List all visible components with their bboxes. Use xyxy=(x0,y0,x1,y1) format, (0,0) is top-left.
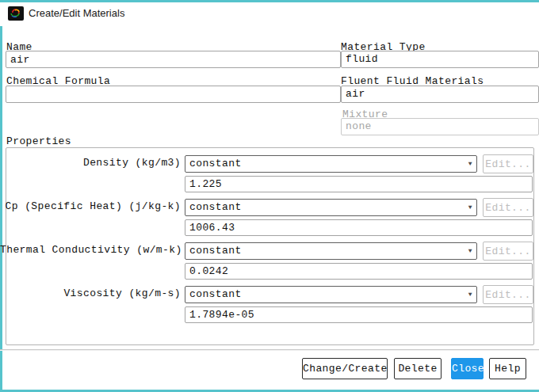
property-row-cp: Cp (Specific Heat) (j/kg-k) constant ▼ E… xyxy=(0,197,539,241)
chevron-down-icon[interactable]: ▼ xyxy=(468,287,472,303)
dropdown-value: constant xyxy=(189,288,242,300)
window-title: Create/Edit Materials xyxy=(29,7,124,19)
chevron-down-icon[interactable]: ▼ xyxy=(468,243,472,259)
viscosity-method-dropdown[interactable]: constant ▼ xyxy=(185,286,477,303)
property-label: Thermal Conductivity (w/m-k) xyxy=(0,244,181,256)
footer-divider-highlight xyxy=(0,350,539,351)
name-input[interactable] xyxy=(6,51,341,68)
mixture-dropdown: none xyxy=(341,118,539,135)
thermal-conductivity-method-dropdown[interactable]: constant ▼ xyxy=(185,242,477,260)
property-label: Cp (Specific Heat) (j/kg-k) xyxy=(0,200,181,212)
density-method-dropdown[interactable]: constant ▼ xyxy=(185,155,477,173)
cp-method-dropdown[interactable]: constant ▼ xyxy=(185,199,477,216)
properties-group-label: Properties xyxy=(6,135,71,147)
density-edit-button[interactable]: Edit... xyxy=(483,154,533,173)
create-edit-materials-dialog: Create/Edit Materials Name Chemical Form… xyxy=(0,0,539,392)
delete-button[interactable]: Delete xyxy=(394,358,442,379)
thermal-conductivity-edit-button[interactable]: Edit... xyxy=(483,242,533,261)
viscosity-edit-button[interactable]: Edit... xyxy=(483,285,533,304)
title-bar[interactable]: Create/Edit Materials xyxy=(0,2,539,26)
chevron-down-icon[interactable]: ▼ xyxy=(468,200,472,215)
dropdown-value: constant xyxy=(189,201,242,213)
fluent-fluid-materials-dropdown[interactable]: air xyxy=(341,86,539,103)
material-type-dropdown[interactable]: fluid xyxy=(341,51,539,68)
chemical-formula-input[interactable] xyxy=(6,86,341,103)
cp-edit-button[interactable]: Edit... xyxy=(483,198,533,217)
fluent-app-icon xyxy=(8,6,24,21)
dropdown-value: constant xyxy=(189,245,242,257)
property-row-density: Density (kg/m3) constant ▼ Edit... xyxy=(0,154,539,197)
property-label: Density (kg/m3) xyxy=(0,157,181,169)
viscosity-value-input[interactable] xyxy=(185,306,533,323)
change-create-button[interactable]: Change/Create xyxy=(302,358,388,379)
chevron-down-icon[interactable]: ▼ xyxy=(468,156,472,172)
thermal-conductivity-value-input[interactable] xyxy=(185,263,533,280)
close-button[interactable]: Close xyxy=(451,358,484,379)
property-label: Viscosity (kg/m-s) xyxy=(0,287,181,299)
property-row-thermal-conductivity: Thermal Conductivity (w/m-k) constant ▼ … xyxy=(0,241,539,284)
dropdown-value: constant xyxy=(189,158,242,169)
cp-value-input[interactable] xyxy=(185,219,533,236)
density-value-input[interactable] xyxy=(185,176,533,192)
property-row-viscosity: Viscosity (kg/m-s) constant ▼ Edit... xyxy=(0,284,539,328)
help-button[interactable]: Help xyxy=(489,358,526,379)
